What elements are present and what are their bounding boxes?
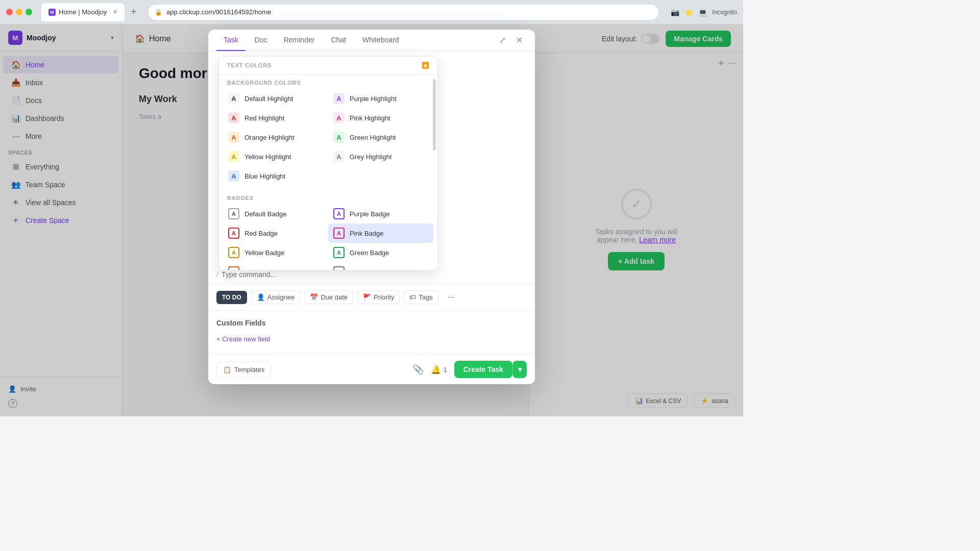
custom-fields-section: Custom Fields + Create new field [208, 311, 535, 354]
calendar-icon: 📅 [310, 293, 318, 301]
dropdown-close-icon[interactable]: 🔼 [422, 62, 429, 69]
incognito-label: Incognito [712, 9, 737, 16]
grey-highlight-label: Grey Highlight [350, 153, 391, 161]
browser-tab[interactable]: M Home | Moodjoy ✕ [41, 3, 125, 21]
modal-tab-whiteboard[interactable]: Whiteboard [355, 30, 406, 51]
yellow-highlight-item[interactable]: A Yellow Highlight [223, 147, 328, 166]
red-badge-item[interactable]: A Red Badge [223, 223, 328, 243]
bell-count: 1 [443, 366, 447, 373]
blue-highlight-item[interactable]: A Blue Highlight [223, 166, 328, 186]
purple-badge-label: Purple Badge [350, 210, 390, 218]
assignee-icon: 👤 [257, 293, 265, 301]
orange-highlight-label: Orange Highlight [244, 134, 295, 141]
address-bar[interactable]: 🔒 [149, 5, 658, 20]
pink-highlight-label: Pink Highlight [350, 114, 390, 122]
pink-highlight-item[interactable]: A Pink Highlight [328, 108, 433, 128]
bell-icon[interactable]: 🔔 [431, 365, 441, 374]
badges-grid: A Default Badge A Purple Badge A Red Bad… [219, 204, 437, 270]
create-task-button[interactable]: Create Task [454, 361, 512, 378]
red-badge-icon: A [228, 228, 239, 239]
attachment-btn[interactable]: 📎 [412, 364, 424, 375]
pink-badge-item[interactable]: A Pink Badge [328, 223, 433, 243]
assignee-chip[interactable]: 👤 Assignee [251, 290, 300, 304]
grey-badge-icon: A [333, 266, 345, 270]
url-input[interactable] [166, 8, 652, 16]
browser-controls [6, 9, 32, 15]
color-badge-dropdown: TEXT COLORS 🔼 BACKGROUND COLORS A Defaul… [218, 56, 438, 270]
bell-section: 🔔 1 [431, 365, 447, 374]
pink-badge-label: Pink Badge [350, 230, 384, 237]
green-badge-item[interactable]: A Green Badge [328, 243, 433, 262]
yellow-highlight-label: Yellow Highlight [244, 153, 291, 161]
devices-icon[interactable]: 💻 [698, 8, 707, 16]
orange-badge-label: Orange Badge [244, 268, 288, 271]
templates-button[interactable]: 📋 Templates [216, 362, 271, 378]
red-highlight-swatch: A [228, 112, 239, 123]
blue-highlight-label: Blue Highlight [244, 172, 285, 180]
modal-expand-btn[interactable]: ⤢ [495, 31, 510, 49]
modal-footer: 📋 Templates 📎 🔔 1 Create Task ▾ [208, 354, 535, 384]
background-colors-label: BACKGROUND COLORS [219, 74, 437, 89]
orange-badge-item[interactable]: A Orange Badge [223, 262, 328, 270]
pink-badge-icon: A [333, 228, 345, 239]
yellow-badge-item[interactable]: A Yellow Badge [223, 243, 328, 262]
grey-badge-item[interactable]: A Grey Badge [328, 262, 433, 270]
more-meta-chip[interactable]: ⋯ [443, 291, 459, 304]
grey-highlight-swatch: A [333, 151, 345, 162]
orange-badge-icon: A [228, 266, 239, 270]
tab-close-btn[interactable]: ✕ [113, 9, 117, 15]
red-badge-label: Red Badge [244, 230, 278, 237]
red-highlight-label: Red Highlight [244, 114, 284, 122]
browser-min-btn[interactable] [16, 9, 22, 15]
default-badge-label: Default Badge [244, 210, 286, 218]
default-badge-item[interactable]: A Default Badge [223, 204, 328, 223]
modal-overlay[interactable]: Task Doc Reminder Chat Whiteboard ⤢ ✕ TE… [0, 24, 743, 416]
modal-tab-doc[interactable]: Doc [248, 30, 275, 51]
modal-tab-reminder[interactable]: Reminder [277, 30, 322, 51]
tab-title: Home | Moodjoy [59, 8, 107, 16]
purple-highlight-swatch: A [333, 93, 345, 104]
text-colors-label: TEXT COLORS [227, 62, 272, 68]
dropdown-header: TEXT COLORS 🔼 [219, 57, 437, 74]
bg-colors-grid: A Default Highlight A Purple Highlight A… [219, 89, 437, 190]
status-chip[interactable]: TO DO [216, 291, 247, 304]
task-meta-bar: TO DO 👤 Assignee 📅 Due date 🚩 Priority 🏷… [208, 284, 535, 311]
create-task-group: Create Task ▾ [454, 361, 527, 378]
orange-highlight-item[interactable]: A Orange Highlight [223, 128, 328, 147]
green-highlight-label: Green Highlight [350, 134, 396, 141]
grey-highlight-item[interactable]: A Grey Highlight [328, 147, 433, 166]
modal-tab-chat[interactable]: Chat [324, 30, 353, 51]
priority-chip[interactable]: 🚩 Priority [357, 290, 400, 304]
purple-highlight-item[interactable]: A Purple Highlight [328, 89, 433, 108]
red-highlight-item[interactable]: A Red Highlight [223, 108, 328, 128]
browser-max-btn[interactable] [26, 9, 32, 15]
tab-favicon: M [48, 9, 56, 16]
modal-footer-left: 📋 Templates [216, 362, 271, 378]
star-icon[interactable]: ⭐ [684, 8, 693, 16]
browser-actions: 📷 ⭐ 💻 Incognito [671, 8, 737, 16]
tag-icon: 🏷 [409, 293, 416, 301]
tags-chip[interactable]: 🏷 Tags [404, 290, 438, 304]
due-date-chip[interactable]: 📅 Due date [304, 290, 353, 304]
modal-close-btn[interactable]: ✕ [512, 31, 527, 49]
create-task-dropdown-btn[interactable]: ▾ [512, 361, 527, 378]
browser-close-btn[interactable] [6, 9, 13, 15]
yellow-badge-label: Yellow Badge [244, 249, 284, 257]
camera-off-icon: 📷 [671, 8, 679, 16]
create-field-button[interactable]: + Create new field [216, 332, 527, 346]
scrollbar-thumb[interactable] [433, 79, 436, 151]
green-highlight-item[interactable]: A Green Highlight [328, 128, 433, 147]
new-tab-button[interactable]: + [131, 7, 136, 17]
modal-tab-task[interactable]: Task [216, 30, 246, 51]
yellow-badge-icon: A [228, 247, 239, 258]
blue-highlight-swatch: A [228, 170, 239, 182]
modal-tabs: Task Doc Reminder Chat Whiteboard ⤢ ✕ [208, 30, 535, 51]
default-badge-icon: A [228, 208, 239, 219]
purple-badge-item[interactable]: A Purple Badge [328, 204, 433, 223]
badges-label: BADGES [219, 190, 437, 204]
command-prefix: / [216, 270, 218, 279]
default-highlight-item[interactable]: A Default Highlight [223, 89, 328, 108]
command-input[interactable] [222, 270, 527, 279]
custom-fields-title: Custom Fields [216, 319, 527, 327]
purple-highlight-label: Purple Highlight [350, 95, 397, 103]
